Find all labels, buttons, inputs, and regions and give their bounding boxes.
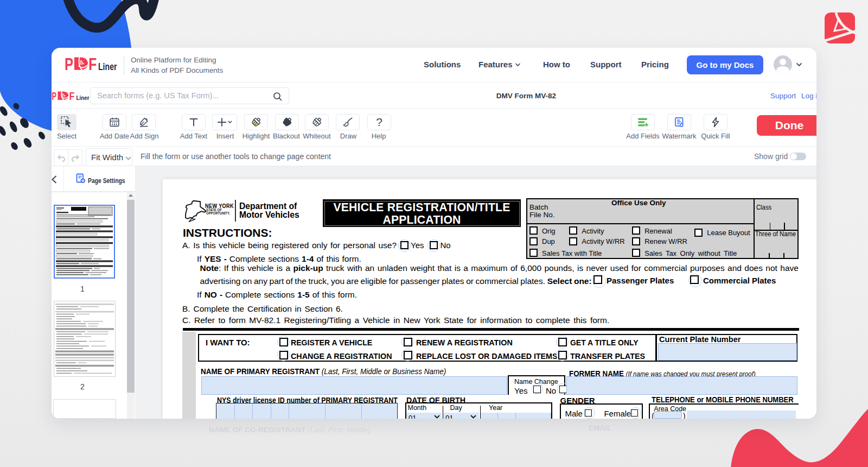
svg-text:F: F [69,91,75,101]
svg-text:F: F [88,57,97,72]
svg-text:P: P [52,91,57,101]
svg-text:P: P [65,57,73,72]
svg-text:Liner: Liner [98,61,117,72]
svg-text:Liner: Liner [76,94,90,101]
